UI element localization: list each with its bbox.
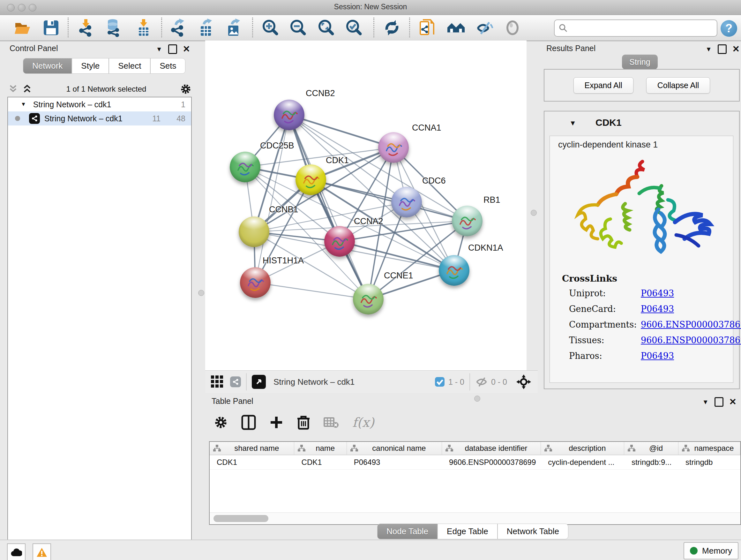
float-panel-icon[interactable] <box>168 44 177 54</box>
float-panel-icon[interactable] <box>718 44 727 54</box>
crosslink-uniprot-link[interactable]: P06493 <box>641 288 674 298</box>
open-in-new-window-icon[interactable] <box>252 375 266 389</box>
show-columns-icon[interactable] <box>241 415 256 430</box>
collapse-all-button[interactable]: Collapse All <box>646 77 711 94</box>
network-collection-row[interactable]: ▼ String Network – cdk1 1 <box>8 98 191 111</box>
close-panel-icon[interactable]: ✕ <box>732 46 740 52</box>
tab-sets[interactable]: Sets <box>150 58 185 74</box>
help-icon[interactable]: ? <box>721 20 737 37</box>
birds-eye-view-icon[interactable] <box>210 375 224 389</box>
import-network-file-icon[interactable] <box>77 18 96 37</box>
create-column-icon[interactable] <box>269 415 283 429</box>
edge-CCNB2-CCNE1[interactable] <box>289 115 368 299</box>
pan-crosshair-icon[interactable] <box>516 374 531 389</box>
close-panel-icon[interactable]: ✕ <box>183 46 190 52</box>
toolbar-separator <box>409 17 410 37</box>
column-header-id[interactable]: @id <box>624 442 678 455</box>
expand-all-button[interactable]: Expand All <box>574 77 633 94</box>
zoom-out-icon[interactable] <box>289 18 308 37</box>
tab-style[interactable]: Style <box>72 58 109 74</box>
node-CCNB2[interactable] <box>274 100 305 130</box>
save-session-icon[interactable] <box>42 18 61 37</box>
open-session-icon[interactable] <box>13 18 32 37</box>
zoom-fit-icon[interactable] <box>317 18 336 37</box>
float-panel-icon[interactable] <box>715 397 724 407</box>
search-input[interactable] <box>570 23 717 33</box>
crosslink-pharos-link[interactable]: P06493 <box>641 351 674 361</box>
export-image-icon[interactable] <box>224 18 243 37</box>
collapse-all-icon[interactable] <box>8 84 18 94</box>
column-header-namespace[interactable]: namespace <box>678 442 740 455</box>
network-options-gear-icon[interactable] <box>180 83 192 95</box>
node-CDC25B[interactable] <box>230 152 260 182</box>
crosslink-compartments-link[interactable]: 9606.ENSP00000378699 <box>641 320 741 329</box>
tab-edge-table[interactable]: Edge Table <box>437 523 497 539</box>
network-type-icon[interactable] <box>230 376 241 387</box>
hidden-eye-icon[interactable] <box>475 376 488 388</box>
node-CCNA1[interactable] <box>378 132 409 163</box>
left-splitter-handle[interactable] <box>198 290 204 296</box>
tab-node-table[interactable]: Node Table <box>377 523 437 539</box>
column-header-description[interactable]: description <box>541 442 624 455</box>
node-label-CDKN1A: CDKN1A <box>468 243 503 253</box>
network-row[interactable]: String Network – cdk1 11 48 <box>8 111 191 125</box>
node-CCNA2[interactable] <box>324 226 355 257</box>
crosslink-row: Compartments:9606.ENSP00000378699 <box>562 320 741 329</box>
node-CDC6[interactable] <box>391 187 422 217</box>
table-options-gear-icon[interactable] <box>214 415 228 429</box>
network-canvas[interactable]: CCNB2 CCNA1 CDC25B <box>205 41 527 370</box>
column-header-databaseidentifier[interactable]: database identifier <box>442 442 541 455</box>
zoom-selected-icon[interactable] <box>345 18 364 37</box>
selected-checkbox-icon[interactable] <box>434 376 445 387</box>
edge-CDK1-RB1[interactable] <box>311 180 467 221</box>
expand-all-icon[interactable] <box>22 84 32 94</box>
node-HIST1H1A[interactable] <box>240 267 271 298</box>
toolbar-separator <box>68 17 69 37</box>
panel-menu-icon[interactable]: ▼ <box>702 398 709 406</box>
node-RB1[interactable] <box>452 206 482 236</box>
panel-menu-icon[interactable]: ▼ <box>156 46 162 53</box>
import-table-icon[interactable] <box>134 18 153 37</box>
table-row[interactable]: CDK1CDK1P064939606.ENSP00000378699cyclin… <box>210 455 740 470</box>
node-CDKN1A[interactable] <box>439 255 469 286</box>
panel-menu-icon[interactable]: ▼ <box>705 46 712 53</box>
crosslink-genecard-link[interactable]: P06493 <box>641 304 674 314</box>
delete-column-icon[interactable] <box>297 415 310 430</box>
column-header-name[interactable]: name <box>294 442 347 455</box>
import-network-database-icon[interactable] <box>104 18 123 37</box>
scrollbar-thumb[interactable] <box>213 515 268 522</box>
right-splitter-handle[interactable] <box>531 210 537 216</box>
hide-selected-icon[interactable] <box>475 18 494 37</box>
collection-expander-icon[interactable]: ▼ <box>21 101 26 108</box>
edge-CCNB2-CCNA1[interactable] <box>289 115 394 147</box>
tab-network[interactable]: Network <box>23 58 72 74</box>
show-all-icon[interactable] <box>503 18 522 37</box>
new-network-from-selection-icon[interactable] <box>418 18 437 37</box>
node-CCNE1[interactable] <box>353 284 384 314</box>
export-network-icon[interactable] <box>169 18 188 37</box>
cloud-status-button[interactable] <box>7 543 25 560</box>
tab-select[interactable]: Select <box>109 58 150 74</box>
crosslink-tissues-link[interactable]: 9606.ENSP00000378699 <box>641 335 741 345</box>
tab-string[interactable]: String <box>622 55 658 69</box>
first-neighbors-icon[interactable] <box>447 18 466 37</box>
gene-section: ▼ CDK1 cyclin-dependent kinase 1 <box>544 111 740 389</box>
section-expander-icon[interactable]: ▼ <box>569 119 576 127</box>
node-label-CDC25B: CDC25B <box>260 141 294 151</box>
close-panel-icon[interactable]: ✕ <box>729 399 737 405</box>
export-table-icon[interactable] <box>197 18 216 37</box>
column-header-canonicalname[interactable]: canonical name <box>347 442 442 455</box>
table-horizontal-scrollbar[interactable] <box>210 512 740 524</box>
node-CDK1[interactable] <box>295 165 326 195</box>
edge-HIST1H1A-CCNE1[interactable] <box>255 283 368 299</box>
network-list-toolbar: 1 of 1 Network selected <box>8 81 192 97</box>
tab-network-table[interactable]: Network Table <box>497 523 568 539</box>
gene-section-header[interactable]: ▼ CDK1 <box>544 111 739 135</box>
zoom-in-icon[interactable] <box>261 18 280 37</box>
apply-layout-icon[interactable] <box>382 18 401 37</box>
warnings-button[interactable] <box>32 543 51 560</box>
node-CCNB1[interactable] <box>239 216 269 247</box>
column-header-sharedname[interactable]: shared name <box>210 442 294 455</box>
strip-separator <box>469 373 470 390</box>
memory-button[interactable]: Memory <box>684 542 738 559</box>
